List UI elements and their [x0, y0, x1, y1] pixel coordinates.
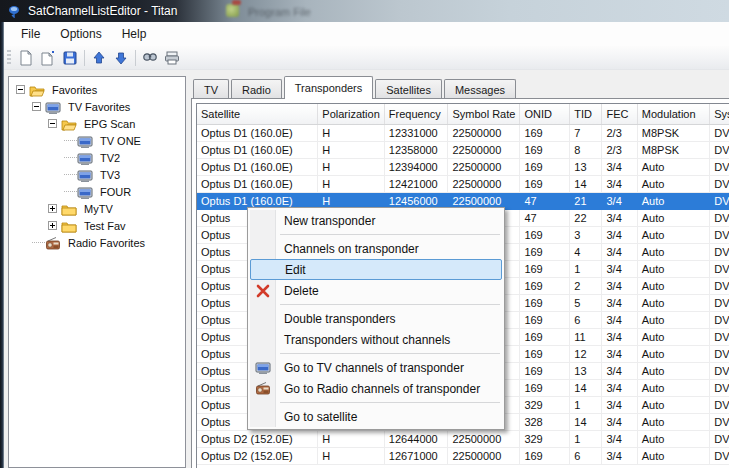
tab-transponders[interactable]: Transponders: [284, 76, 373, 99]
tree-indent: [9, 98, 32, 115]
tree-indent: [9, 217, 48, 234]
cell-fec: 3/4: [602, 413, 637, 430]
column-header-polarization[interactable]: Polarization: [318, 104, 384, 124]
add-list-icon: [40, 50, 56, 66]
column-header-onid[interactable]: ONID: [520, 104, 570, 124]
collapse-toggle-icon[interactable]: [16, 85, 25, 94]
cell-system: DVB_S: [710, 379, 729, 396]
tree-item-tv3[interactable]: TV3: [9, 166, 185, 183]
context-menu-item-go-to-satellite[interactable]: Go to satellite: [250, 406, 502, 427]
cell-modulation: Auto: [637, 345, 710, 362]
tab-tv[interactable]: TV: [193, 79, 229, 99]
tree-node-icon-wrap: [29, 83, 46, 96]
tab-messages[interactable]: Messages: [444, 79, 516, 99]
favorites-tree: FavoritesTV FavoritesEPG ScanTV ONETV2TV…: [8, 76, 186, 468]
move-up-button[interactable]: [88, 48, 110, 68]
cell-system: DVB_S: [710, 226, 729, 243]
add-list-button[interactable]: [37, 48, 59, 68]
tree-item-tv-one[interactable]: TV ONE: [9, 132, 185, 149]
column-header-system[interactable]: System: [710, 104, 729, 124]
tree-item-label: Test Fav: [82, 220, 128, 232]
context-menu-item-go-to-radio-channels-of-transponder[interactable]: Go to Radio channels of transponder: [250, 378, 502, 399]
tree-item-tv2[interactable]: TV2: [9, 149, 185, 166]
context-menu-item-double-transponders[interactable]: Double transponders: [250, 308, 502, 329]
expand-toggle-icon[interactable]: [48, 204, 57, 213]
column-header-satellite[interactable]: Satellite: [197, 104, 318, 124]
cell-onid: 169: [520, 345, 570, 362]
column-header-modulation[interactable]: Modulation: [637, 104, 710, 124]
cell-onid: 169: [520, 124, 570, 141]
cell-frequency: 12671000: [384, 447, 448, 464]
new-list-button[interactable]: [15, 48, 37, 68]
tab-strip: TVRadioTranspondersSatellitesMessages: [193, 76, 729, 99]
cell-modulation: Auto: [637, 192, 710, 209]
tree-item-favorites[interactable]: Favorites: [9, 81, 185, 98]
table-row[interactable]: Optus D1 (160.0E)H1242100022500000169143…: [197, 175, 729, 192]
tree-indent: [9, 234, 32, 251]
move-down-button[interactable]: [110, 48, 132, 68]
column-header-tid[interactable]: TID: [570, 104, 602, 124]
toolbar-grip[interactable]: [7, 50, 11, 66]
menubar-item-help[interactable]: Help: [113, 24, 156, 44]
cell-tid: 21: [570, 192, 602, 209]
collapse-toggle-icon[interactable]: [32, 102, 41, 111]
tree-item-test-fav[interactable]: Test Fav: [9, 217, 185, 234]
column-header-fec[interactable]: FEC: [602, 104, 637, 124]
tv-icon: [77, 134, 93, 150]
table-row[interactable]: Optus D2 (152.0E)H126710002250000016963/…: [197, 447, 729, 464]
collapse-toggle-icon[interactable]: [48, 119, 57, 128]
table-row[interactable]: Optus D1 (160.0E)H1239400022500000169133…: [197, 158, 729, 175]
cell-fec: 3/4: [602, 209, 637, 226]
tree-node-icon-wrap: [77, 151, 94, 164]
cell-system: DVB_S: [710, 311, 729, 328]
tree-item-mytv[interactable]: MyTV: [9, 200, 185, 217]
tree-item-four[interactable]: FOUR: [9, 183, 185, 200]
tree-item-epg-scan[interactable]: EPG Scan: [9, 115, 185, 132]
context-menu-item-new-transponder[interactable]: New transponder: [250, 210, 502, 231]
cell-fec: 3/4: [602, 158, 637, 175]
table-row[interactable]: Optus D1 (160.0E)H123580002250000016982/…: [197, 141, 729, 158]
folder-closed-icon: [61, 202, 77, 218]
tree-item-label: TV ONE: [98, 135, 143, 147]
save-button[interactable]: [59, 48, 81, 68]
tree-indent: [9, 200, 48, 217]
cell-fec: 3/4: [602, 311, 637, 328]
menubar-item-file[interactable]: File: [12, 24, 49, 44]
print-icon: [164, 50, 180, 66]
table-row[interactable]: Optus D1 (160.0E)H123310002250000016972/…: [197, 124, 729, 141]
column-header-symbol-rate[interactable]: Symbol Rate: [448, 104, 520, 124]
tree-item-label: Radio Favorites: [66, 237, 147, 249]
cell-system: DVB_S: [710, 396, 729, 413]
tree-item-label: EPG Scan: [82, 118, 137, 130]
tv-icon: [77, 168, 93, 184]
print-button[interactable]: [161, 48, 183, 68]
cell-symbol-rate: 22500000: [448, 175, 520, 192]
tree-item-tv-favorites[interactable]: TV Favorites: [9, 98, 185, 115]
tree-item-radio-favorites[interactable]: Radio Favorites: [9, 234, 185, 251]
context-menu-item-delete[interactable]: Delete: [250, 280, 502, 301]
context-menu-item-icon-slot: [250, 381, 276, 397]
cell-fec: 3/4: [602, 243, 637, 260]
tab-radio[interactable]: Radio: [231, 79, 282, 99]
menubar-item-options[interactable]: Options: [51, 24, 110, 44]
context-menu-item-edit[interactable]: Edit: [250, 259, 502, 280]
table-row[interactable]: Optus D2 (152.0E)H126440002250000032913/…: [197, 430, 729, 447]
cell-polarization: H: [318, 447, 384, 464]
cell-onid: 169: [520, 243, 570, 260]
context-menu-item-label: Delete: [284, 284, 319, 298]
cell-fec: 3/4: [602, 379, 637, 396]
context-menu-item-go-to-tv-channels-of-transponder[interactable]: Go to TV channels of transponder: [250, 357, 502, 378]
context-menu-item-transponders-without-channels[interactable]: Transponders without channels: [250, 329, 502, 350]
expand-toggle-icon[interactable]: [48, 221, 57, 230]
find-button[interactable]: [139, 48, 161, 68]
context-menu-item-channels-on-transponder[interactable]: Channels on transponder: [250, 238, 502, 259]
tv-icon: [77, 151, 93, 167]
cell-fec: 3/4: [602, 260, 637, 277]
cell-onid: 169: [520, 260, 570, 277]
context-menu-item-label: Go to TV channels of transponder: [284, 361, 464, 375]
column-header-frequency[interactable]: Frequency: [384, 104, 448, 124]
cell-system: DVB_S: [710, 430, 729, 447]
tab-satellites[interactable]: Satellites: [375, 79, 442, 99]
cell-onid: 169: [520, 379, 570, 396]
cell-tid: 1: [570, 396, 602, 413]
